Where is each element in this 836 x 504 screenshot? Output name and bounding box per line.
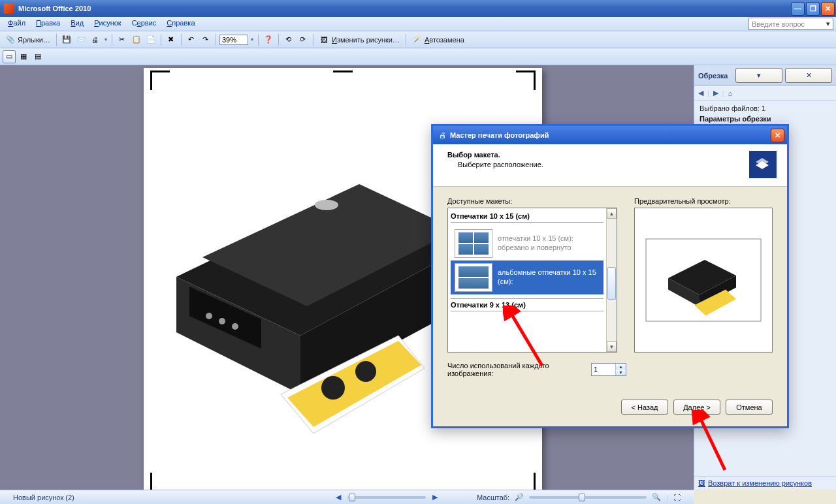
window-title: Microsoft Office 2010 (18, 5, 791, 12)
prev-image-icon[interactable]: ◀ (336, 493, 341, 501)
preview-label: Предварительный просмотр: (634, 197, 773, 205)
edit-pictures-button[interactable]: 🖼 Изменить рисунки… (317, 33, 402, 46)
filmstrip-view-icon[interactable]: ▤ (31, 50, 44, 63)
layout-item-portrait[interactable]: отпечатки 10 x 15 (см):обрезано и поверн… (451, 227, 603, 260)
dialog-header: Выбор макета. Выберите расположение. (433, 144, 787, 187)
print-wizard-dialog: 🖨 Мастер печати фотографий ✕ Выбор макет… (431, 124, 789, 428)
print-icon[interactable]: 🖨 (89, 33, 102, 46)
spin-down-icon[interactable]: ▼ (615, 370, 626, 375)
help-search-input[interactable]: Введите вопрос ▾ (748, 18, 833, 30)
task-pane-footer: 🖼 Возврат к изменению рисунков (694, 476, 836, 490)
menu-help[interactable]: Справка (161, 17, 200, 31)
dialog-close-button[interactable]: ✕ (771, 129, 784, 142)
dialog-subheading: Выберите расположение. (458, 161, 749, 168)
app-icon (4, 3, 14, 14)
minimize-button[interactable]: — (791, 2, 805, 16)
copy-icon[interactable]: 📋 (130, 33, 143, 46)
rotate-left-icon[interactable]: ⟲ (282, 33, 295, 46)
task-pane-dropdown-icon[interactable]: ▾ (735, 68, 782, 83)
nav-forward-icon[interactable]: ▶ (713, 89, 718, 97)
next-button[interactable]: Далее > (673, 400, 720, 415)
back-to-edit-link[interactable]: 🖼 Возврат к изменению рисунков (698, 479, 832, 487)
scroll-up-icon[interactable]: ▲ (607, 208, 617, 219)
menu-picture[interactable]: Рисунок (89, 17, 127, 31)
menu-tools[interactable]: Сервис (127, 17, 162, 31)
rotate-right-icon[interactable]: ⟳ (297, 33, 310, 46)
layout-thumb-portrait (455, 229, 492, 258)
next-image-icon[interactable]: ▶ (432, 493, 438, 501)
uses-spinner[interactable]: ▲▼ (591, 363, 626, 376)
layout-thumb-landscape (455, 263, 492, 292)
single-view-icon[interactable]: ▭ (3, 50, 16, 63)
cancel-button[interactable]: Отмена (726, 400, 773, 415)
zoom-slider[interactable] (529, 496, 647, 499)
cut-icon[interactable]: ✂ (116, 33, 129, 46)
redo-icon[interactable]: ↷ (199, 33, 212, 46)
task-pane-header: Обрезка ▾ ✕ (694, 65, 836, 86)
fit-window-icon[interactable]: ⛶ (673, 494, 681, 501)
zoom-out-icon[interactable]: 🔎 (515, 493, 524, 501)
layout-group-9x13: Отпечатки 9 x 13 (см) (451, 298, 603, 311)
status-bar: Новый рисунок (2) ◀ ▶ Масштаб: 🔎 🔍 | ⛶ (0, 490, 694, 504)
task-pane-title: Обрезка (698, 72, 733, 80)
spin-up-icon[interactable]: ▲ (615, 364, 626, 370)
layout-scrollbar[interactable]: ▲ ▼ (606, 208, 617, 352)
uses-input[interactable] (592, 364, 615, 375)
window-titlebar: Microsoft Office 2010 — ❐ ✕ (0, 0, 836, 17)
nav-back-icon[interactable]: ◀ (698, 89, 703, 97)
scroll-down-icon[interactable]: ▼ (607, 341, 617, 352)
wizard-icon: 🖨 (437, 130, 447, 140)
scroll-thumb[interactable] (607, 267, 616, 300)
paste-icon[interactable]: 📄 (144, 33, 157, 46)
crop-params-label: Параметры обрезки (699, 115, 831, 123)
back-to-edit-icon: 🖼 (698, 479, 705, 487)
status-filename: Новый рисунок (2) (13, 494, 74, 501)
available-layouts-label: Доступные макеты: (447, 197, 617, 205)
uses-label: Число использований каждого изображения: (447, 362, 585, 377)
preview-box (634, 208, 773, 353)
zoom-combo[interactable]: 39% (219, 35, 248, 45)
menu-file[interactable]: Файл (3, 17, 31, 31)
shortcuts-icon: 📎 (5, 35, 16, 45)
window-close-button[interactable]: ✕ (821, 2, 835, 16)
zoom-label: Масштаб: (477, 494, 509, 501)
wizard-logo-icon (749, 151, 777, 178)
layout-item-landscape[interactable]: альбомные отпечатки 10 x 15 (см): (451, 260, 603, 294)
dialog-heading: Выбор макета. (447, 151, 749, 159)
mail-icon[interactable]: 📨 (74, 33, 88, 46)
dialog-title: Мастер печати фотографий (450, 131, 771, 139)
delete-icon[interactable]: ✖ (165, 33, 178, 46)
menu-edit[interactable]: Правка (31, 17, 65, 31)
nav-home-icon[interactable]: ⌂ (728, 89, 733, 97)
dialog-titlebar[interactable]: 🖨 Мастер печати фотографий ✕ (433, 126, 787, 144)
edit-pictures-icon: 🖼 (319, 35, 330, 45)
file-slider[interactable] (347, 496, 426, 499)
restore-button[interactable]: ❐ (806, 2, 820, 16)
thumbnail-view-icon[interactable]: ▦ (17, 50, 30, 63)
shortcuts-button[interactable]: 📎 Ярлыки… (3, 33, 53, 46)
zoom-dropdown[interactable]: ▾ (249, 33, 255, 46)
help-icon[interactable]: ❓ (262, 33, 275, 46)
toolbar-views: ▭ ▦ ▤ (0, 48, 836, 65)
save-icon[interactable]: 💾 (60, 33, 73, 46)
back-button[interactable]: < Назад (621, 400, 668, 415)
undo-icon[interactable]: ↶ (185, 33, 198, 46)
zoom-in-icon[interactable]: 🔍 (652, 493, 661, 501)
autofix-icon: 🪄 (412, 35, 423, 45)
print-dropdown[interactable]: ▾ (103, 33, 108, 46)
menu-view[interactable]: Вид (65, 17, 89, 31)
layout-list[interactable]: Отпечатки 10 x 15 (см) отпечатки 10 x 15… (447, 208, 617, 353)
menu-bar: Файл Правка Вид Рисунок Сервис Справка В… (0, 17, 836, 31)
toolbar-main: 📎 Ярлыки… 💾 📨 🖨 ▾ ✂ 📋 📄 ✖ ↶ ↷ 39% ▾ ❓ ⟲ … (0, 31, 836, 48)
task-pane-nav: ◀| ▶| ⌂ (694, 86, 836, 101)
task-pane-close-icon[interactable]: ✕ (785, 68, 832, 83)
selected-files-label: Выбрано файлов: 1 (699, 104, 831, 112)
layout-group-10x15: Отпечатки 10 x 15 (см) (451, 212, 603, 223)
autofix-button[interactable]: 🪄 Автозамена (410, 33, 467, 46)
